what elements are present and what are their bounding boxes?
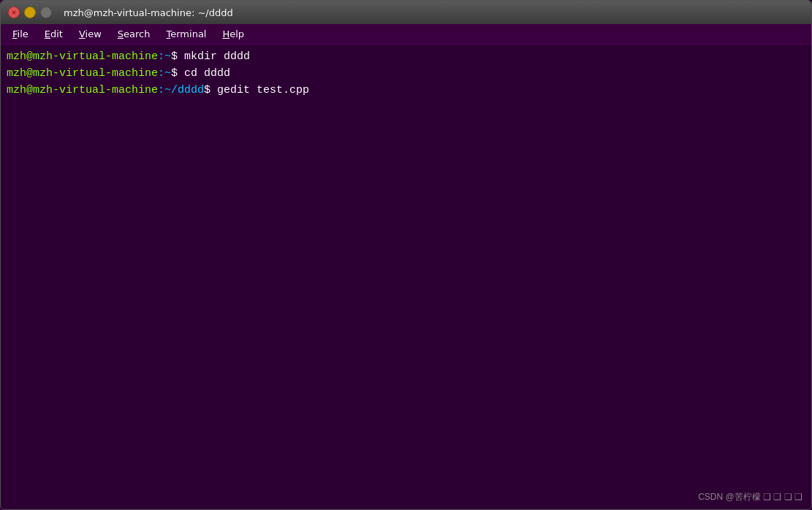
- menu-view-label: View: [79, 28, 102, 39]
- command-1: mkdir dddd: [184, 49, 250, 64]
- close-icon: ✕: [12, 8, 16, 17]
- menu-edit[interactable]: Edit: [37, 26, 70, 42]
- watermark: CSDN @苦柠檬 ❑ ❑ ❑ ❑: [698, 491, 802, 503]
- prompt-symbol-3: $: [204, 83, 217, 98]
- command-2: cd dddd: [184, 66, 230, 81]
- close-button[interactable]: ✕: [8, 7, 20, 18]
- prompt-path-1: :~: [158, 49, 171, 64]
- menu-bar: File Edit View Search Terminal Help: [1, 24, 811, 45]
- terminal-line-3: mzh@mzh-virtual-machine:~/dddd$ gedit te…: [7, 83, 805, 98]
- terminal-line-1: mzh@mzh-virtual-machine:~$ mkdir dddd: [7, 49, 805, 64]
- prompt-user-2: mzh@mzh-virtual-machine: [7, 66, 158, 81]
- menu-search[interactable]: Search: [110, 26, 158, 42]
- prompt-user-3: mzh@mzh-virtual-machine: [7, 83, 158, 98]
- minimize-button[interactable]: [24, 7, 36, 18]
- menu-terminal-label: Terminal: [167, 28, 207, 39]
- menu-search-label: Search: [118, 28, 151, 39]
- terminal-line-2: mzh@mzh-virtual-machine:~$ cd dddd: [7, 66, 805, 81]
- terminal-window: ✕ mzh@mzh-virtual-machine: ~/dddd File E…: [0, 0, 812, 510]
- prompt-symbol-1: $: [171, 49, 184, 64]
- menu-view[interactable]: View: [72, 26, 109, 42]
- menu-help[interactable]: Help: [215, 26, 251, 42]
- command-3: gedit test.cpp: [217, 83, 309, 98]
- menu-file-label: File: [12, 28, 29, 39]
- prompt-symbol-2: $: [171, 66, 184, 81]
- menu-edit-label: Edit: [45, 28, 63, 39]
- window-controls: ✕: [8, 7, 52, 18]
- window-title: mzh@mzh-virtual-machine: ~/dddd: [64, 7, 233, 18]
- maximize-button[interactable]: [40, 7, 52, 18]
- prompt-path-2: :~: [158, 66, 171, 81]
- menu-file[interactable]: File: [5, 26, 36, 42]
- menu-terminal[interactable]: Terminal: [159, 26, 214, 42]
- menu-help-label: Help: [222, 28, 244, 39]
- prompt-user-1: mzh@mzh-virtual-machine: [7, 49, 158, 64]
- terminal-body[interactable]: mzh@mzh-virtual-machine:~$ mkdir dddd mz…: [1, 45, 811, 509]
- title-bar: ✕ mzh@mzh-virtual-machine: ~/dddd: [1, 1, 811, 24]
- prompt-path-3: :~/dddd: [158, 83, 204, 98]
